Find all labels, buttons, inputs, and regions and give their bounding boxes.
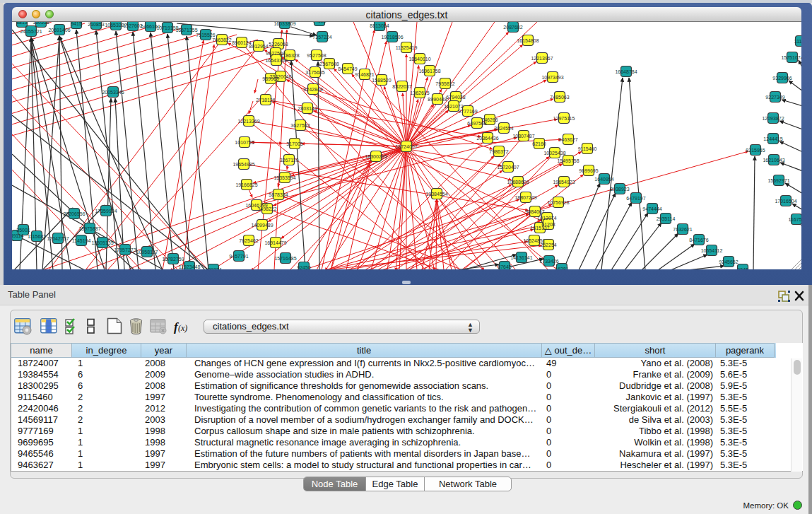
svg-text:9227349: 9227349 [765, 95, 784, 100]
svg-text:1362615: 1362615 [410, 90, 429, 95]
svg-text:3498222: 3498222 [257, 206, 276, 211]
svg-text:17359924: 17359924 [95, 209, 117, 214]
svg-text:2087682: 2087682 [503, 25, 522, 30]
svg-text:14136141: 14136141 [510, 255, 532, 260]
svg-text:10807487: 10807487 [512, 134, 534, 139]
svg-text:9245: 9245 [737, 267, 748, 270]
svg-text:9777169: 9777169 [458, 109, 477, 114]
svg-text:1145194: 1145194 [72, 238, 91, 243]
svg-text:746266: 746266 [481, 117, 498, 122]
svg-text:20206556: 20206556 [63, 211, 85, 216]
svg-text:3175685: 3175685 [305, 70, 324, 75]
svg-text:9084067: 9084067 [525, 209, 544, 214]
svg-text:8912954: 8912954 [249, 44, 268, 49]
svg-text:8454749: 8454749 [338, 66, 357, 71]
svg-text:18724007: 18724007 [395, 144, 417, 149]
svg-text:8215955: 8215955 [746, 148, 765, 153]
svg-text:16210643: 16210643 [763, 158, 784, 163]
svg-text:3627552: 3627552 [290, 123, 310, 128]
svg-text:2935114: 2935114 [657, 216, 676, 221]
svg-text:16543362: 16543362 [265, 58, 287, 63]
svg-text:1010755: 1010755 [235, 140, 254, 145]
svg-text:9699695: 9699695 [579, 168, 598, 173]
svg-text:15716485: 15716485 [274, 256, 296, 261]
svg-text:1244415: 1244415 [763, 136, 782, 141]
svg-text:(x): (x) [178, 323, 187, 333]
svg-text:2367608: 2367608 [319, 62, 339, 66]
svg-text:10958117: 10958117 [136, 250, 158, 255]
svg-text:15720407: 15720407 [497, 165, 519, 170]
svg-text:10654112: 10654112 [701, 248, 723, 253]
svg-text:16281: 16281 [555, 267, 569, 270]
svg-text:16914479: 16914479 [264, 240, 286, 245]
svg-text:8813: 8813 [16, 22, 28, 25]
svg-text:8471676: 8471676 [689, 238, 708, 243]
svg-text:7515526: 7515526 [196, 33, 215, 37]
svg-text:1115682: 1115682 [28, 234, 46, 239]
svg-text:10756928: 10756928 [547, 200, 569, 205]
svg-text:19654923: 19654923 [553, 180, 575, 185]
svg-text:13975887: 13975887 [78, 226, 100, 231]
svg-text:12093872: 12093872 [762, 116, 784, 121]
svg-text:11325419: 11325419 [396, 45, 418, 50]
svg-text:7663822: 7663822 [212, 37, 231, 42]
svg-text:19384554: 19384554 [425, 192, 447, 197]
svg-text:16648784: 16648784 [615, 69, 637, 74]
svg-text:15495758: 15495758 [557, 158, 579, 163]
svg-text:5226058: 5226058 [269, 42, 288, 47]
svg-text:92450: 92450 [297, 265, 311, 270]
svg-text:18807249: 18807249 [514, 195, 536, 200]
svg-text:3824554: 3824554 [494, 126, 513, 131]
svg-text:989968: 989968 [262, 76, 278, 81]
svg-text:12042757: 12042757 [47, 236, 69, 241]
svg-text:35001: 35001 [16, 228, 30, 233]
svg-text:7955812: 7955812 [435, 81, 454, 86]
svg-text:8813054: 8813054 [370, 23, 389, 28]
svg-text:7485063: 7485063 [550, 95, 569, 100]
svg-text:10973493: 10973493 [541, 75, 563, 80]
svg-text:1621072: 1621072 [444, 104, 463, 109]
svg-text:39114: 39114 [12, 233, 24, 238]
svg-text:18640910: 18640910 [408, 57, 430, 62]
svg-text:9242848: 9242848 [303, 87, 322, 92]
svg-text:62160: 62160 [532, 141, 546, 146]
svg-text:160558: 160558 [33, 22, 49, 25]
svg-text:7357224: 7357224 [312, 35, 331, 40]
svg-text:1640954: 1640954 [594, 177, 613, 182]
svg-text:9474444: 9474444 [642, 206, 661, 211]
svg-text:7625402: 7625402 [239, 238, 258, 243]
svg-text:16033809: 16033809 [273, 22, 295, 26]
svg-text:129234: 129234 [205, 267, 221, 270]
svg-text:317005: 317005 [286, 141, 302, 146]
svg-text:8322037: 8322037 [392, 84, 411, 89]
svg-text:6794028: 6794028 [446, 95, 465, 100]
svg-text:9457791: 9457791 [229, 254, 248, 259]
svg-text:16782759: 16782759 [162, 257, 184, 262]
svg-text:16671355: 16671355 [175, 28, 197, 33]
svg-text:9527508: 9527508 [307, 53, 326, 58]
svg-text:8938923: 8938923 [610, 187, 629, 192]
svg-text:16154808: 16154808 [517, 38, 539, 43]
svg-text:12213967: 12213967 [531, 56, 553, 61]
svg-text:74122: 74122 [312, 22, 326, 23]
svg-text:11923448: 11923448 [179, 264, 201, 269]
svg-text:87645: 87645 [498, 264, 512, 269]
svg-text:15751074: 15751074 [781, 55, 801, 60]
svg-text:9115460: 9115460 [578, 146, 597, 151]
svg-text:9245652: 9245652 [719, 259, 738, 264]
svg-text:9146821: 9146821 [355, 72, 374, 77]
svg-text:20364436: 20364436 [476, 136, 498, 141]
svg-text:10025438: 10025438 [543, 151, 565, 156]
svg-text:2718126: 2718126 [256, 98, 275, 103]
svg-text:10688609: 10688609 [507, 180, 529, 185]
svg-text:9463627: 9463627 [558, 137, 577, 142]
svg-text:20691406: 20691406 [48, 28, 70, 33]
svg-text:61208: 61208 [541, 222, 555, 227]
svg-text:1733426: 1733426 [539, 259, 558, 264]
svg-text:1527602: 1527602 [123, 23, 142, 28]
svg-text:12975115: 12975115 [553, 116, 575, 121]
svg-text:116753: 116753 [789, 217, 801, 222]
svg-text:12213369: 12213369 [237, 119, 259, 124]
svg-text:18300295: 18300295 [365, 154, 387, 159]
svg-text:8186328: 8186328 [280, 53, 299, 58]
